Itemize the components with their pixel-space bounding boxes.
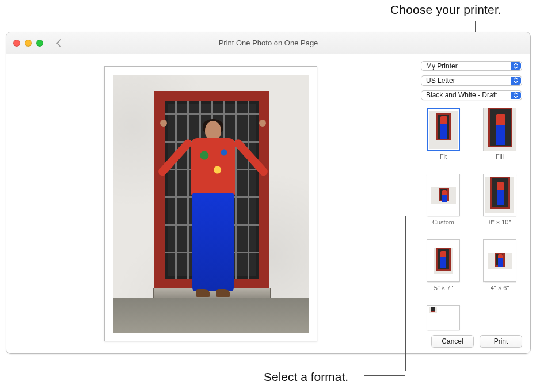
printer-select[interactable]: My Printer [421,61,522,71]
print-quality-select[interactable]: Black and White - Draft [421,90,522,100]
format-label: Fit [440,153,447,160]
window-title: Print One Photo on One Page [6,39,530,47]
dropdown-arrows-icon [511,77,521,84]
callout-line-bottom-v [405,216,406,371]
dropdown-arrows-icon [511,92,521,99]
minimize-window-button[interactable] [25,40,32,47]
paper-size-select-value: US Letter [426,77,455,85]
format-label: Fill [496,153,504,160]
window-content: My Printer US Letter Black and White - D… [6,54,530,353]
photo-preview [113,75,309,333]
callout-select-format: Select a format. [264,370,348,384]
zoom-window-button[interactable] [36,40,43,47]
print-dialog-window: Print One Photo on One Page [6,32,531,354]
format-grid: Fit Fill Custom 8" × 10" 5" × 7" [421,108,522,330]
dropdown-arrows-icon [511,62,521,70]
paper-size-select[interactable]: US Letter [421,75,522,85]
back-button[interactable] [54,39,63,48]
callout-line-bottom-h [364,375,405,376]
format-label: Custom [432,219,454,226]
printer-select-value: My Printer [426,62,458,70]
format-option-fit[interactable]: Fit [423,108,463,160]
format-label: 4" × 6" [491,284,510,291]
format-option-fill[interactable]: Fill [480,108,520,160]
window-controls [6,40,43,47]
format-label: 5" × 7" [434,284,453,291]
format-option-5x7[interactable]: 5" × 7" [423,239,463,291]
print-button[interactable]: Print [480,335,522,348]
close-window-button[interactable] [13,40,20,47]
print-preview-area [6,54,415,353]
format-option-custom[interactable]: Custom [423,174,463,226]
print-options-sidebar: My Printer US Letter Black and White - D… [415,54,530,353]
format-option-4x6[interactable]: 4" × 6" [480,239,520,291]
paper-preview [104,66,317,341]
print-quality-select-value: Black and White - Draft [426,91,497,99]
callout-choose-printer: Choose your printer. [390,3,501,17]
cancel-button[interactable]: Cancel [431,335,474,348]
format-label: 8" × 10" [489,219,511,226]
titlebar: Print One Photo on One Page [6,32,530,54]
format-option-8x10[interactable]: 8" × 10" [480,174,520,226]
format-option-contact-sheet[interactable] [423,305,463,330]
dialog-actions: Cancel Print [421,330,522,348]
